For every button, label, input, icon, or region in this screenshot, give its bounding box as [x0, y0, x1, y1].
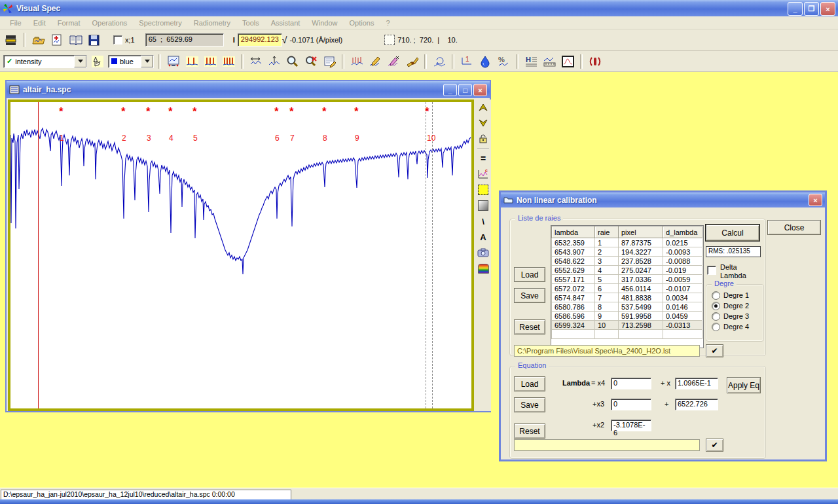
radio-degre-2[interactable]: Degre 2 [712, 300, 763, 311]
x3-field[interactable]: 0 [611, 399, 651, 410]
raies-save-button[interactable]: Save [514, 288, 545, 303]
color-dropdown-button[interactable] [141, 56, 153, 67]
c-field[interactable]: 6522.726 [675, 399, 718, 410]
x1-field[interactable]: 1.0965E-1 [675, 378, 718, 389]
menu-assistant[interactable]: Assistant [265, 18, 306, 28]
table-row[interactable]: 6532.359187.873750.0215 [552, 238, 702, 247]
delta-lambda-control[interactable]: Delta Lambda [707, 263, 752, 280]
equal-button[interactable]: = [477, 152, 490, 165]
path-field[interactable]: C:\Program Files\Visual Spec\Ha_2400_H2O… [514, 345, 700, 357]
book-button[interactable] [67, 33, 83, 48]
plot-area[interactable]: *1*2*3*4*5*6*7*8*9*10 [10, 102, 471, 408]
shift-x-button[interactable] [248, 54, 264, 69]
unzoom-button[interactable] [303, 54, 319, 69]
equation-result-field[interactable] [514, 439, 700, 451]
menu-window[interactable]: Window [306, 18, 343, 28]
column-header[interactable]: pixel [619, 226, 663, 238]
equation-save-button[interactable]: Save [514, 397, 545, 412]
radio-degre-4[interactable]: Degre 4 [712, 321, 763, 332]
calcul-button[interactable]: Calcul [706, 225, 759, 241]
table-row[interactable]: 6599.32410713.2598-0.0313 [552, 321, 702, 330]
menu-tools[interactable]: Tools [236, 18, 265, 28]
minimize-button[interactable]: _ [788, 2, 803, 16]
shift-y-button[interactable] [266, 54, 282, 69]
text-button[interactable]: A [477, 230, 490, 243]
spectrum-close-button[interactable]: × [473, 84, 487, 96]
raies-load-button[interactable]: Load [514, 267, 545, 282]
table-row[interactable]: 6586.5969591.99580.0459 [552, 312, 702, 321]
gradient-square-button[interactable] [477, 199, 490, 212]
menu-spectrometry[interactable]: Spectrometry [133, 18, 187, 28]
table-row[interactable]: 6548.6223237.8528-0.0088 [552, 257, 702, 266]
dialog-close-button[interactable]: × [809, 194, 822, 206]
series-dropdown-button[interactable] [74, 56, 86, 67]
zoom-button[interactable] [285, 54, 301, 69]
scroll-up-button[interactable] [477, 101, 490, 114]
water-button[interactable] [477, 54, 493, 69]
close-dialog-button[interactable]: Close [767, 220, 821, 235]
spectrum-minimize-button[interactable]: _ [443, 84, 457, 96]
table-row[interactable]: 6572.0726456.0114-0.0107 [552, 284, 702, 293]
radio-degre-1[interactable]: Degre 1 [712, 290, 763, 300]
x2-field[interactable]: -3.1078E-6 [611, 420, 651, 431]
raie-marker-3-button[interactable] [221, 54, 236, 69]
sound-button[interactable] [587, 54, 603, 69]
raies-reset-button[interactable]: Reset [514, 319, 545, 334]
frame-button[interactable] [560, 54, 575, 69]
raies-table[interactable]: lambdaraiepixeld_lambda 6532.359187.8737… [551, 226, 702, 339]
normalize-button[interactable]: 1 [459, 54, 475, 69]
save-button[interactable] [86, 33, 101, 48]
dashed-square-button[interactable] [477, 183, 490, 196]
color-combobox[interactable]: blue [108, 55, 154, 68]
radio-icon[interactable] [712, 323, 720, 331]
table-row[interactable]: 6543.9072194.3227-0.0093 [552, 247, 702, 257]
column-header[interactable]: lambda [552, 226, 595, 238]
rainbow-button[interactable] [477, 262, 490, 275]
radio-icon[interactable] [712, 291, 720, 300]
spectrum-titlebar[interactable]: altair_ha.spc _ □ × [7, 81, 490, 98]
restore-button[interactable]: ❐ [804, 2, 819, 16]
menu-[interactable]: ? [380, 18, 395, 28]
line-button[interactable]: \ [477, 215, 490, 228]
table-row[interactable]: 6574.8477481.88380.0034 [552, 293, 702, 302]
menu-radiometry[interactable]: Radiometry [188, 18, 236, 28]
radio-degre-3[interactable]: Degre 3 [712, 311, 763, 321]
curve-ruler-button[interactable] [541, 54, 557, 69]
equation-confirm-button[interactable]: ✔ [706, 439, 723, 452]
pointer-button[interactable] [90, 54, 105, 69]
radio-icon[interactable] [712, 302, 720, 310]
equation-reset-button[interactable]: Reset [514, 423, 545, 439]
element-lines-button[interactable]: H [523, 54, 539, 69]
print-button[interactable] [3, 33, 19, 48]
lock-button[interactable] [477, 132, 490, 145]
export-note-button[interactable] [321, 54, 337, 69]
raie-marker-2-button[interactable] [202, 54, 218, 69]
table-row[interactable]: 6557.1715317.0336-0.0059 [552, 275, 702, 284]
menu-format[interactable]: Format [52, 18, 86, 28]
scroll-down-button[interactable] [477, 117, 490, 130]
x1-checkbox[interactable] [113, 35, 122, 45]
undo-curve-button[interactable] [431, 54, 447, 69]
apply-eq-button[interactable]: Apply Eq [727, 377, 761, 393]
draw-button[interactable] [367, 54, 383, 69]
menu-file[interactable]: File [4, 18, 27, 28]
smooth-button[interactable] [404, 54, 420, 69]
camera-button[interactable] [477, 246, 490, 259]
chart-c-button[interactable]: c [477, 168, 490, 181]
delta-lambda-checkbox[interactable] [707, 266, 716, 275]
x4-field[interactable]: 0 [611, 378, 651, 389]
menu-edit[interactable]: Edit [27, 18, 52, 28]
menu-operations[interactable]: Operations [86, 18, 134, 28]
open-profile-button[interactable] [31, 33, 46, 48]
equation-load-button[interactable]: Load [514, 376, 545, 391]
series-combobox[interactable]: ✓ intensity [3, 55, 87, 68]
radio-icon[interactable] [712, 312, 720, 321]
spectrum-maximize-button[interactable]: □ [458, 84, 472, 96]
percent-button[interactable]: % [496, 54, 511, 69]
dialog-titlebar[interactable]: Non linear calibration × [501, 192, 825, 207]
close-button[interactable]: × [820, 2, 835, 16]
raie-marker-1-button[interactable] [184, 54, 200, 69]
erase-button[interactable] [386, 54, 401, 69]
compare-profile-button[interactable] [49, 33, 65, 48]
display-button[interactable] [166, 54, 181, 69]
